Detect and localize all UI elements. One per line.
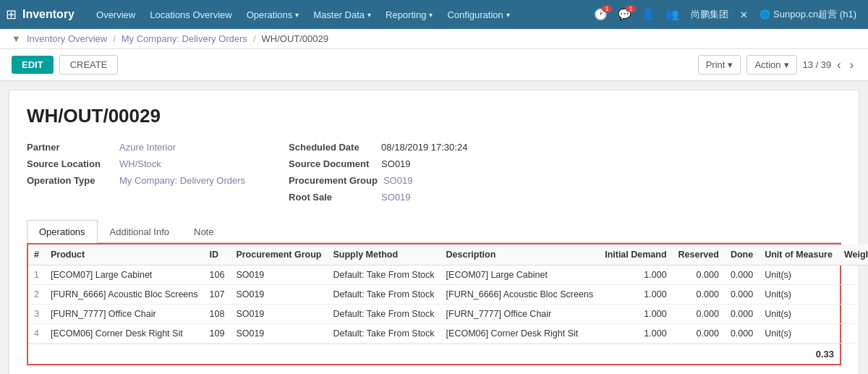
breadcrumb-collapse-icon[interactable]: ▼	[12, 33, 21, 44]
cell-uom: Unit(s)	[759, 285, 838, 305]
cell-description: [ECOM07] Large Cabinet	[441, 265, 600, 285]
app-grid-icon[interactable]: ⊞	[6, 7, 17, 22]
tabs-bar: Operations Additional Info Note	[27, 220, 841, 243]
cell-product: [FURN_6666] Acoustic Bloc Screens	[45, 285, 204, 305]
record-title: WH/OUT/00029	[27, 105, 841, 127]
scheduled-date-label: Scheduled Date	[289, 142, 375, 153]
cell-done: 0.000	[725, 285, 759, 305]
print-button[interactable]: Print ▾	[698, 55, 741, 75]
chevron-down-icon: ▾	[367, 11, 371, 19]
tab-operations[interactable]: Operations	[27, 220, 98, 243]
source-location-field: Source Location WH/Stock	[27, 158, 245, 169]
pager: 13 / 39 ‹ ›	[803, 59, 856, 72]
operations-table-wrapper: # Product ID Procurement Group Supply Me…	[27, 243, 841, 365]
partner-value[interactable]: Azure Interior	[119, 142, 176, 153]
cell-weight-demand: 0.00	[838, 285, 868, 305]
cell-supply-method: Default: Take From Stock	[327, 305, 440, 324]
root-sale-label: Root Sale	[289, 192, 375, 203]
cell-id: 108	[204, 305, 231, 324]
cell-supply-method: Default: Take From Stock	[327, 285, 440, 305]
col-uom: Unit of Measure	[759, 245, 838, 265]
cell-proc-group: SO019	[230, 305, 327, 324]
edit-button[interactable]: EDIT	[12, 56, 54, 74]
breadcrumb-delivery-orders[interactable]: My Company: Delivery Orders	[122, 33, 247, 44]
source-document-value: SO019	[381, 158, 410, 169]
breadcrumb-inventory-overview[interactable]: Inventory Overview	[27, 33, 107, 44]
toolbar-right: Print ▾ Action ▾ 13 / 39 ‹ ›	[698, 55, 856, 75]
cell-num: 1	[28, 265, 45, 285]
scheduled-date-field: Scheduled Date 08/18/2019 17:30:24	[289, 142, 467, 153]
breadcrumb-current: WH/OUT/00029	[262, 33, 328, 44]
source-document-field: Source Document SO019	[289, 158, 467, 169]
cell-initial-demand: 1.000	[599, 324, 672, 344]
chat-icon[interactable]: 💬1	[613, 5, 636, 24]
col-supply-method: Supply Method	[327, 245, 440, 265]
app-title: Inventory	[22, 8, 75, 21]
nav-item-reporting[interactable]: Reporting ▾	[378, 0, 440, 29]
right-fields: Scheduled Date 08/18/2019 17:30:24 Sourc…	[289, 142, 467, 203]
breadcrumb-separator: /	[253, 33, 256, 44]
fields-section: Partner Azure Interior Source Location W…	[27, 142, 841, 203]
operation-type-value[interactable]: My Company: Delivery Orders	[119, 175, 245, 186]
pager-prev-button[interactable]: ‹	[834, 59, 843, 72]
action-button[interactable]: Action ▾	[746, 55, 796, 75]
user-icon[interactable]: 👤	[637, 5, 660, 24]
cell-uom: Unit(s)	[759, 324, 838, 344]
table-row: 1 [ECOM07] Large Cabinet 106 SO019 Defau…	[28, 265, 868, 285]
cell-initial-demand: 1.000	[599, 305, 672, 324]
cell-proc-group: SO019	[230, 324, 327, 344]
cell-product: [ECOM06] Corner Desk Right Sit	[45, 324, 204, 344]
create-button[interactable]: CREATE	[59, 55, 119, 75]
procurement-group-value[interactable]: SO019	[383, 175, 412, 186]
chevron-down-icon: ▾	[295, 11, 299, 19]
table-row: 4 [ECOM06] Corner Desk Right Sit 109 SO0…	[28, 324, 868, 344]
cell-product: [ECOM07] Large Cabinet	[45, 265, 204, 285]
procurement-group-field: Procurement Group SO019	[289, 175, 467, 186]
close-icon[interactable]: ✕	[736, 7, 752, 23]
nav-item-masterdata[interactable]: Master Data ▾	[306, 0, 378, 29]
cell-weight-demand: 0.00	[838, 324, 868, 344]
breadcrumb-separator: /	[113, 33, 116, 44]
cell-description: [ECOM06] Corner Desk Right Sit	[441, 324, 600, 344]
company-name[interactable]: 尚鹏集团	[685, 8, 734, 21]
cell-reserved: 0.000	[673, 324, 725, 344]
col-weight-demand: Weight Demand	[838, 245, 868, 265]
main-content: WH/OUT/00029 Partner Azure Interior Sour…	[9, 90, 859, 374]
tab-additional-info[interactable]: Additional Info	[98, 220, 182, 243]
table-header-row: # Product ID Procurement Group Supply Me…	[28, 245, 868, 265]
operation-type-field: Operation Type My Company: Delivery Orde…	[27, 175, 245, 186]
cell-product: [FURN_7777] Office Chair	[45, 305, 204, 324]
source-location-value[interactable]: WH/Stock	[119, 158, 161, 169]
nav-item-configuration[interactable]: Configuration ▾	[440, 0, 516, 29]
table-row: 2 [FURN_6666] Acoustic Bloc Screens 107 …	[28, 285, 868, 305]
procurement-group-label: Procurement Group	[289, 175, 378, 186]
col-product: Product	[45, 245, 204, 265]
cell-initial-demand: 1.000	[599, 285, 672, 305]
table-footer: 0.33	[28, 344, 840, 364]
clock-icon[interactable]: 🕐1	[590, 5, 612, 24]
col-description: Description	[441, 245, 600, 265]
cell-id: 107	[204, 285, 231, 305]
col-done: Done	[725, 245, 759, 265]
cell-done: 0.000	[725, 265, 759, 285]
cell-proc-group: SO019	[230, 285, 327, 305]
tab-note[interactable]: Note	[182, 220, 226, 243]
col-num: #	[28, 245, 45, 265]
col-initial-demand: Initial Demand	[599, 245, 672, 265]
chevron-down-icon: ▾	[429, 11, 433, 19]
operation-type-label: Operation Type	[27, 175, 114, 186]
left-fields: Partner Azure Interior Source Location W…	[27, 142, 245, 203]
cell-uom: Unit(s)	[759, 305, 838, 324]
cell-done: 0.000	[725, 324, 759, 344]
contacts-icon[interactable]: 👥	[661, 5, 684, 24]
chevron-down-icon: ▾	[784, 59, 789, 70]
nav-item-locations[interactable]: Locations Overview	[142, 0, 239, 29]
table-row: 3 [FURN_7777] Office Chair 108 SO019 Def…	[28, 305, 868, 324]
pager-next-button[interactable]: ›	[847, 59, 856, 72]
nav-item-operations[interactable]: Operations ▾	[239, 0, 307, 29]
root-sale-value[interactable]: SO019	[381, 192, 410, 203]
scheduled-date-value: 08/18/2019 17:30:24	[381, 142, 467, 153]
top-navigation: ⊞ Inventory Overview Locations Overview …	[0, 0, 868, 29]
cell-num: 4	[28, 324, 45, 344]
nav-item-overview[interactable]: Overview	[89, 0, 142, 29]
